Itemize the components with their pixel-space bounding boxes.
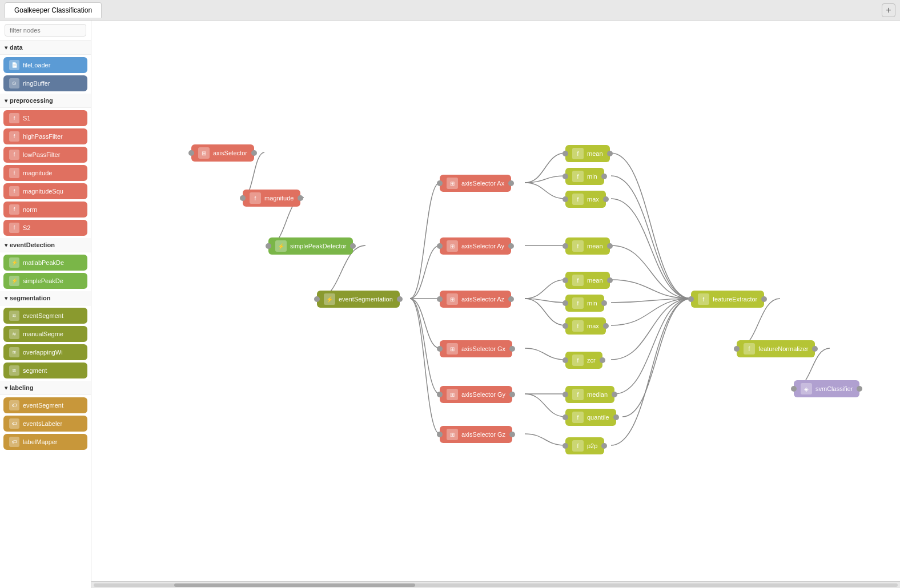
flow-node-label: featureNormalizer — [758, 345, 808, 352]
port-left — [437, 296, 443, 302]
sidebar-node-S1[interactable]: fS1 — [3, 110, 87, 126]
flow-node-axisSelectorGz[interactable]: ⊞axisSelector Gz — [440, 426, 512, 443]
flow-node-magnitude[interactable]: fmagnitude — [243, 190, 300, 207]
port-left — [562, 196, 568, 202]
sidebar-node-label: manualSegme — [23, 331, 63, 337]
sidebar-items-eventDetection: ⚡matlabPeakDe⚡simplePeakDe — [0, 252, 91, 291]
port-right — [508, 243, 514, 249]
node-icon: ⚡ — [9, 276, 19, 286]
flow-node-featureNormalizer[interactable]: ffeatureNormalizer — [737, 340, 815, 357]
flow-node-label: axisSelector Gx — [461, 345, 505, 352]
flow-node-featureExtractor[interactable]: ffeatureExtractor — [691, 291, 764, 308]
sidebar-node-eventsLabeler[interactable]: 🏷eventsLabeler — [3, 416, 87, 432]
flow-node-axisSelectorAy[interactable]: ⊞axisSelector Ay — [440, 237, 511, 255]
sidebar-node-label: eventsLabeler — [23, 420, 62, 427]
flow-node-icon: f — [698, 293, 709, 305]
sidebar-node-magnitude[interactable]: fmagnitude — [3, 165, 87, 181]
flow-node-label: axisSelector — [213, 150, 247, 156]
flow-node-svmClassifier[interactable]: ◈svmClassifier — [794, 380, 859, 397]
flow-node-p2p[interactable]: fp2p — [565, 437, 604, 454]
sidebar-node-fileLoader[interactable]: 📄fileLoader — [3, 57, 87, 73]
sidebar-section-header-eventDetection[interactable]: eventDetection — [0, 238, 91, 252]
scrollbar[interactable] — [91, 581, 900, 588]
node-icon: ⊙ — [9, 78, 19, 88]
search-input[interactable] — [5, 24, 86, 37]
port-left — [562, 300, 568, 306]
flow-node-eventSegmentation[interactable]: ⚡eventSegmentation — [317, 291, 400, 308]
sidebar-section-header-preprocessing[interactable]: preprocessing — [0, 94, 91, 108]
sidebar-node-norm[interactable]: fnorm — [3, 202, 87, 218]
flow-node-quantile[interactable]: fquantile — [565, 409, 616, 426]
sidebar-node-manualSegmentation[interactable]: ≋manualSegme — [3, 326, 87, 342]
add-tab-button[interactable]: + — [882, 3, 895, 17]
sidebar-node-S2[interactable]: fS2 — [3, 220, 87, 236]
sidebar-node-overlappingWindow[interactable]: ≋overlappingWi — [3, 344, 87, 360]
flow-node-axisSelector[interactable]: ⊞axisSelector — [191, 144, 254, 162]
sidebar-node-magnitudeSquared[interactable]: fmagnitudeSqu — [3, 183, 87, 199]
flow-node-median[interactable]: fmedian — [565, 386, 614, 403]
sidebar-section-header-labeling[interactable]: labeling — [0, 381, 91, 395]
port-right — [350, 243, 356, 249]
flow-node-max1[interactable]: fmax — [565, 191, 606, 208]
sidebar-node-segment[interactable]: ≋segment — [3, 363, 87, 378]
flow-node-label: axisSelector Ay — [461, 243, 504, 249]
sidebar-section-header-data[interactable]: data — [0, 41, 91, 55]
sidebar-node-lowPassFilter[interactable]: flowPassFilter — [3, 147, 87, 163]
sidebar-items-data: 📄fileLoader⊙ringBuffer — [0, 55, 91, 94]
node-icon: ≋ — [9, 329, 19, 339]
flow-node-label: eventSegmentation — [339, 296, 393, 303]
flow-node-label: min — [587, 300, 597, 307]
flow-node-icon: ⊞ — [447, 429, 458, 440]
port-left — [562, 323, 568, 329]
flow-node-mean1[interactable]: fmean — [565, 145, 610, 162]
port-right — [509, 432, 515, 437]
flow-node-label: axisSelector Gz — [461, 431, 505, 438]
sidebar-node-label: matlabPeakDe — [23, 259, 64, 266]
sidebar-node-eventSegmentLabeler[interactable]: 🏷eventSegment — [3, 397, 87, 413]
port-right — [508, 296, 514, 302]
port-right — [612, 392, 617, 397]
sidebar-node-simplePeakDetector[interactable]: ⚡simplePeakDe — [3, 273, 87, 289]
port-left — [437, 243, 443, 249]
flow-node-label: magnitude — [264, 195, 294, 202]
flow-node-axisSelectorAz[interactable]: ⊞axisSelector Az — [440, 291, 511, 308]
tab-goalkeeper-classification[interactable]: Goalkeeper Classification — [5, 2, 102, 18]
flow-node-icon: ⊞ — [447, 240, 458, 252]
port-left — [562, 277, 568, 283]
sidebar-section-header-segmentation[interactable]: segmentation — [0, 291, 91, 305]
port-right — [812, 346, 818, 352]
port-right — [761, 296, 767, 302]
node-icon: f — [9, 204, 19, 215]
flow-node-icon: ⊞ — [447, 389, 458, 400]
sidebar-node-ringBuffer[interactable]: ⊙ringBuffer — [3, 75, 87, 91]
sidebar-section-eventDetection: eventDetection⚡matlabPeakDe⚡simplePeakDe — [0, 238, 91, 291]
flow-node-label: max — [587, 196, 599, 203]
flow-node-axisSelectorGy[interactable]: ⊞axisSelector Gy — [440, 386, 512, 403]
flow-node-min2[interactable]: fmin — [565, 295, 604, 312]
sidebar-node-matlabPeakDetector[interactable]: ⚡matlabPeakDe — [3, 255, 87, 271]
port-right — [601, 443, 607, 449]
flow-node-simplePeakDetector[interactable]: ⚡simplePeakDetector — [268, 237, 353, 255]
flow-node-axisSelectorAx[interactable]: ⊞axisSelector Ax — [440, 175, 511, 192]
sidebar-node-highPassFilter[interactable]: fhighPassFilter — [3, 128, 87, 144]
flow-node-min1[interactable]: fmin — [565, 168, 604, 185]
flow-node-zcr[interactable]: fzcr — [565, 352, 602, 369]
sidebar-node-labelMapper[interactable]: 🏷labelMapper — [3, 434, 87, 450]
flow-node-label: zcr — [587, 357, 596, 364]
sidebar-items-segmentation: ≋eventSegment≋manualSegme≋overlappingWi≋… — [0, 305, 91, 381]
sidebar-items-preprocessing: fS1fhighPassFilterflowPassFilterfmagnitu… — [0, 108, 91, 238]
flow-node-label: svmClassifier — [815, 385, 853, 392]
flow-node-mean2[interactable]: fmean — [565, 237, 610, 255]
canvas: ⊞axisSelectorfmagnitude⚡simplePeakDetect… — [91, 21, 900, 588]
sidebar-node-label: segment — [23, 367, 47, 374]
flow-node-axisSelectorGx[interactable]: ⊞axisSelector Gx — [440, 340, 512, 357]
node-icon: f — [9, 186, 19, 196]
flow-node-mean3[interactable]: fmean — [565, 272, 610, 289]
port-left — [562, 174, 568, 179]
sidebar-node-eventSegmentation[interactable]: ≋eventSegment — [3, 308, 87, 324]
flow-node-label: median — [587, 391, 608, 398]
port-left — [437, 392, 443, 397]
port-left — [562, 443, 568, 449]
flow-node-max2[interactable]: fmax — [565, 317, 606, 335]
port-right — [613, 414, 619, 420]
